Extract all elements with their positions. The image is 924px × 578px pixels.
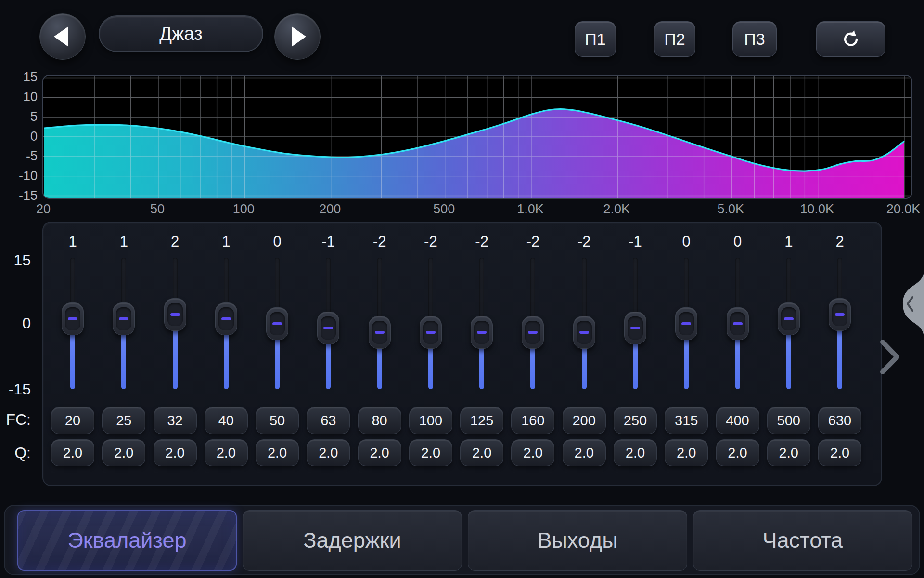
slider-handle-face — [167, 303, 183, 326]
band-fc-button[interactable]: 20 — [51, 407, 94, 434]
band-q-button[interactable]: 2.0 — [614, 439, 657, 466]
eq-band-column: 15002.0 — [767, 222, 810, 486]
band-q-button[interactable]: 2.0 — [716, 439, 759, 466]
band-gain-value: -2 — [511, 233, 554, 250]
band-slider-handle[interactable] — [522, 316, 544, 349]
band-q-button[interactable]: 2.0 — [511, 439, 554, 466]
band-q-button[interactable]: 2.0 — [154, 439, 197, 466]
tab-label: Эквалайзер — [67, 528, 186, 553]
band-slider-handle[interactable] — [113, 302, 135, 335]
expand-panel-button[interactable] — [880, 339, 901, 377]
bottom-tab-bar: ЭквалайзерЗадержкиВыходыЧастота — [4, 505, 920, 575]
band-q-button[interactable]: 2.0 — [102, 439, 145, 466]
band-q-button[interactable]: 2.0 — [767, 439, 810, 466]
band-q-button[interactable]: 2.0 — [665, 439, 708, 466]
eq-band-column: 26302.0 — [818, 222, 861, 486]
band-fc-button[interactable]: 630 — [818, 407, 861, 434]
band-slider-handle[interactable] — [675, 307, 697, 340]
preset-slot-2-button[interactable]: П2 — [654, 21, 695, 57]
eq-band-column: 04002.0 — [716, 222, 759, 486]
band-q-button[interactable]: 2.0 — [307, 439, 350, 466]
band-gain-value: -2 — [409, 233, 452, 250]
slider-handle-dash-icon — [68, 317, 77, 320]
band-fc-button[interactable]: 32 — [154, 407, 197, 434]
band-gain-value: 1 — [767, 233, 810, 250]
band-slider-handle[interactable] — [778, 302, 800, 335]
slider-handle-face — [321, 316, 336, 340]
chevron-right-icon — [883, 342, 897, 372]
side-drawer-handle[interactable] — [896, 270, 924, 338]
band-fc-button[interactable]: 100 — [409, 407, 452, 434]
band-slider-handle[interactable] — [829, 298, 851, 331]
y-axis-tick-label: 0 — [9, 130, 38, 143]
band-q-button[interactable]: 2.0 — [205, 439, 248, 466]
preset-name: Джаз — [159, 24, 202, 44]
band-q-button[interactable]: 2.0 — [563, 439, 606, 466]
preset-selector[interactable]: Джаз — [99, 15, 263, 52]
band-slider-handle[interactable] — [369, 316, 391, 349]
slider-handle-face — [781, 307, 796, 330]
slider-scale-max-label: 15 — [0, 252, 31, 268]
eq-band-column: -21252.0 — [460, 222, 503, 486]
band-fc-button[interactable]: 63 — [307, 407, 350, 434]
preset-slot-3-button[interactable]: П3 — [732, 21, 777, 57]
reset-button[interactable] — [816, 21, 886, 57]
band-slider-handle[interactable] — [420, 316, 442, 349]
band-slider-handle[interactable] — [573, 316, 595, 349]
slider-handle-dash-icon — [426, 331, 436, 334]
band-q-button[interactable]: 2.0 — [256, 439, 299, 466]
slider-handle-face — [372, 321, 387, 344]
eq-response-curve — [43, 76, 911, 198]
slider-scale-zero-label: 0 — [0, 315, 31, 331]
band-fc-button[interactable]: 315 — [665, 407, 708, 434]
tab-equalizer[interactable]: Эквалайзер — [17, 510, 237, 571]
x-axis-tick-label: 10.0K — [791, 202, 844, 217]
band-q-button[interactable]: 2.0 — [409, 439, 452, 466]
slider-handle-dash-icon — [323, 327, 333, 329]
band-q-button[interactable]: 2.0 — [358, 439, 401, 466]
band-gain-value: 0 — [665, 233, 708, 250]
band-slider-handle[interactable] — [266, 307, 288, 340]
band-slider-handle[interactable] — [317, 312, 339, 344]
tab-label: Частота — [763, 528, 843, 553]
x-axis-tick-label: 20 — [17, 202, 70, 217]
slider-handle-face — [218, 307, 234, 330]
slider-handle-dash-icon — [733, 322, 743, 325]
preset-slot-1-button[interactable]: П1 — [575, 21, 616, 57]
band-q-button[interactable]: 2.0 — [51, 439, 94, 466]
tab-frequency[interactable]: Частота — [693, 510, 912, 571]
band-gain-value: -2 — [460, 233, 503, 250]
band-fc-button[interactable]: 250 — [614, 407, 657, 434]
tab-delays[interactable]: Задержки — [243, 510, 462, 571]
band-fc-button[interactable]: 25 — [102, 407, 145, 434]
eq-band-column: -2802.0 — [358, 222, 401, 486]
next-preset-button[interactable] — [274, 13, 321, 60]
eq-band-column: -12502.0 — [614, 222, 657, 486]
y-axis-tick-label: -10 — [9, 170, 38, 183]
band-fc-button[interactable]: 125 — [460, 407, 503, 434]
slider-handle-face — [525, 321, 540, 344]
band-slider-handle[interactable] — [215, 302, 237, 335]
band-q-button[interactable]: 2.0 — [460, 439, 503, 466]
band-fc-button[interactable]: 160 — [511, 407, 554, 434]
band-fc-button[interactable]: 80 — [358, 407, 401, 434]
band-slider-handle[interactable] — [727, 307, 749, 340]
band-slider-handle[interactable] — [164, 298, 186, 331]
band-fc-button[interactable]: 500 — [767, 407, 810, 434]
band-fc-button[interactable]: 200 — [563, 407, 606, 434]
slider-handle-dash-icon — [170, 313, 180, 316]
eq-band-column: 0502.0 — [256, 222, 299, 486]
band-fc-button[interactable]: 50 — [256, 407, 299, 434]
left-triangle-icon — [54, 26, 68, 47]
tab-outputs[interactable]: Выходы — [468, 510, 687, 571]
y-axis-tick-label: -15 — [9, 189, 38, 202]
band-q-button[interactable]: 2.0 — [818, 439, 861, 466]
slider-scale-min-label: -15 — [0, 381, 31, 397]
band-fc-button[interactable]: 40 — [205, 407, 248, 434]
eq-band-column: 1252.0 — [102, 222, 145, 486]
band-slider-handle[interactable] — [471, 316, 493, 349]
band-fc-button[interactable]: 400 — [716, 407, 759, 434]
band-slider-handle[interactable] — [624, 312, 646, 344]
band-slider-handle[interactable] — [62, 302, 84, 335]
prev-preset-button[interactable] — [39, 13, 86, 60]
